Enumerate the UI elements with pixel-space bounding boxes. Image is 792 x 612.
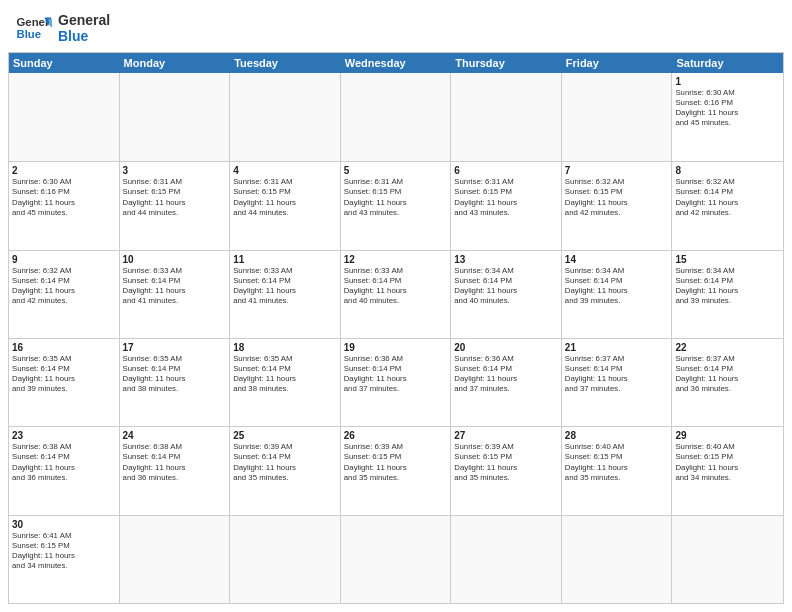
calendar-cell: 10Sunrise: 6:33 AM Sunset: 6:14 PM Dayli… [120,251,231,338]
calendar-cell: 11Sunrise: 6:33 AM Sunset: 6:14 PM Dayli… [230,251,341,338]
calendar-cell: 18Sunrise: 6:35 AM Sunset: 6:14 PM Dayli… [230,339,341,426]
calendar-cell: 14Sunrise: 6:34 AM Sunset: 6:14 PM Dayli… [562,251,673,338]
cell-info: Sunrise: 6:31 AM Sunset: 6:15 PM Dayligh… [454,177,558,218]
calendar-cell [451,516,562,603]
day-header-wednesday: Wednesday [341,53,452,73]
calendar-row: 2Sunrise: 6:30 AM Sunset: 6:16 PM Daylig… [9,161,783,249]
cell-date-number: 8 [675,165,780,176]
calendar-cell [120,73,231,161]
cell-date-number: 25 [233,430,337,441]
cell-info: Sunrise: 6:32 AM Sunset: 6:15 PM Dayligh… [565,177,669,218]
day-header-saturday: Saturday [672,53,783,73]
cell-info: Sunrise: 6:34 AM Sunset: 6:14 PM Dayligh… [675,266,780,307]
cell-date-number: 5 [344,165,448,176]
cell-info: Sunrise: 6:30 AM Sunset: 6:16 PM Dayligh… [675,88,780,129]
calendar-cell: 2Sunrise: 6:30 AM Sunset: 6:16 PM Daylig… [9,162,120,249]
calendar-cell: 30Sunrise: 6:41 AM Sunset: 6:15 PM Dayli… [9,516,120,603]
calendar-cell: 23Sunrise: 6:38 AM Sunset: 6:14 PM Dayli… [9,427,120,514]
calendar-cell: 4Sunrise: 6:31 AM Sunset: 6:15 PM Daylig… [230,162,341,249]
cell-info: Sunrise: 6:35 AM Sunset: 6:14 PM Dayligh… [233,354,337,395]
calendar-cell [230,73,341,161]
calendar-cell: 5Sunrise: 6:31 AM Sunset: 6:15 PM Daylig… [341,162,452,249]
cell-date-number: 9 [12,254,116,265]
cell-date-number: 16 [12,342,116,353]
calendar: SundayMondayTuesdayWednesdayThursdayFrid… [8,52,784,604]
calendar-cell: 3Sunrise: 6:31 AM Sunset: 6:15 PM Daylig… [120,162,231,249]
cell-date-number: 3 [123,165,227,176]
cell-date-number: 18 [233,342,337,353]
cell-date-number: 30 [12,519,116,530]
cell-info: Sunrise: 6:34 AM Sunset: 6:14 PM Dayligh… [565,266,669,307]
cell-info: Sunrise: 6:38 AM Sunset: 6:14 PM Dayligh… [12,442,116,483]
cell-date-number: 28 [565,430,669,441]
cell-date-number: 13 [454,254,558,265]
cell-date-number: 29 [675,430,780,441]
calendar-cell: 26Sunrise: 6:39 AM Sunset: 6:15 PM Dayli… [341,427,452,514]
calendar-cell: 7Sunrise: 6:32 AM Sunset: 6:15 PM Daylig… [562,162,673,249]
cell-date-number: 21 [565,342,669,353]
calendar-cell: 1Sunrise: 6:30 AM Sunset: 6:16 PM Daylig… [672,73,783,161]
day-header-thursday: Thursday [451,53,562,73]
calendar-cell [451,73,562,161]
cell-info: Sunrise: 6:35 AM Sunset: 6:14 PM Dayligh… [123,354,227,395]
cell-date-number: 26 [344,430,448,441]
calendar-cell [341,516,452,603]
cell-info: Sunrise: 6:31 AM Sunset: 6:15 PM Dayligh… [123,177,227,218]
logo-icon: General Blue [16,14,52,42]
calendar-cell [9,73,120,161]
calendar-cell: 16Sunrise: 6:35 AM Sunset: 6:14 PM Dayli… [9,339,120,426]
cell-info: Sunrise: 6:33 AM Sunset: 6:14 PM Dayligh… [233,266,337,307]
cell-info: Sunrise: 6:37 AM Sunset: 6:14 PM Dayligh… [675,354,780,395]
cell-date-number: 12 [344,254,448,265]
cell-info: Sunrise: 6:31 AM Sunset: 6:15 PM Dayligh… [344,177,448,218]
cell-info: Sunrise: 6:32 AM Sunset: 6:14 PM Dayligh… [12,266,116,307]
day-header-monday: Monday [120,53,231,73]
calendar-cell [120,516,231,603]
cell-date-number: 20 [454,342,558,353]
cell-info: Sunrise: 6:31 AM Sunset: 6:15 PM Dayligh… [233,177,337,218]
cell-info: Sunrise: 6:39 AM Sunset: 6:14 PM Dayligh… [233,442,337,483]
calendar-cell: 24Sunrise: 6:38 AM Sunset: 6:14 PM Dayli… [120,427,231,514]
cell-date-number: 7 [565,165,669,176]
calendar-cell [672,516,783,603]
calendar-cell: 13Sunrise: 6:34 AM Sunset: 6:14 PM Dayli… [451,251,562,338]
cell-date-number: 10 [123,254,227,265]
svg-text:Blue: Blue [17,28,42,40]
cell-info: Sunrise: 6:37 AM Sunset: 6:14 PM Dayligh… [565,354,669,395]
day-header-sunday: Sunday [9,53,120,73]
logo: General Blue General Blue [16,12,110,44]
cell-date-number: 24 [123,430,227,441]
calendar-cell: 28Sunrise: 6:40 AM Sunset: 6:15 PM Dayli… [562,427,673,514]
logo-general: General [58,12,110,28]
cell-info: Sunrise: 6:32 AM Sunset: 6:14 PM Dayligh… [675,177,780,218]
calendar-row: 16Sunrise: 6:35 AM Sunset: 6:14 PM Dayli… [9,338,783,426]
cell-info: Sunrise: 6:38 AM Sunset: 6:14 PM Dayligh… [123,442,227,483]
calendar-row: 23Sunrise: 6:38 AM Sunset: 6:14 PM Dayli… [9,426,783,514]
cell-date-number: 6 [454,165,558,176]
calendar-cell: 6Sunrise: 6:31 AM Sunset: 6:15 PM Daylig… [451,162,562,249]
calendar-page: General Blue General Blue SundayMondayTu… [0,0,792,612]
calendar-row: 9Sunrise: 6:32 AM Sunset: 6:14 PM Daylig… [9,250,783,338]
cell-info: Sunrise: 6:39 AM Sunset: 6:15 PM Dayligh… [344,442,448,483]
cell-info: Sunrise: 6:34 AM Sunset: 6:14 PM Dayligh… [454,266,558,307]
header: General Blue General Blue [0,0,792,52]
cell-info: Sunrise: 6:41 AM Sunset: 6:15 PM Dayligh… [12,531,116,572]
calendar-cell: 20Sunrise: 6:36 AM Sunset: 6:14 PM Dayli… [451,339,562,426]
cell-date-number: 14 [565,254,669,265]
cell-date-number: 23 [12,430,116,441]
calendar-cell: 15Sunrise: 6:34 AM Sunset: 6:14 PM Dayli… [672,251,783,338]
cell-date-number: 11 [233,254,337,265]
day-headers: SundayMondayTuesdayWednesdayThursdayFrid… [9,53,783,73]
day-header-friday: Friday [562,53,673,73]
calendar-cell: 17Sunrise: 6:35 AM Sunset: 6:14 PM Dayli… [120,339,231,426]
cell-date-number: 2 [12,165,116,176]
cell-info: Sunrise: 6:40 AM Sunset: 6:15 PM Dayligh… [675,442,780,483]
calendar-cell: 19Sunrise: 6:36 AM Sunset: 6:14 PM Dayli… [341,339,452,426]
calendar-row: 30Sunrise: 6:41 AM Sunset: 6:15 PM Dayli… [9,515,783,603]
cell-info: Sunrise: 6:33 AM Sunset: 6:14 PM Dayligh… [123,266,227,307]
calendar-cell: 27Sunrise: 6:39 AM Sunset: 6:15 PM Dayli… [451,427,562,514]
cell-date-number: 19 [344,342,448,353]
cell-info: Sunrise: 6:36 AM Sunset: 6:14 PM Dayligh… [454,354,558,395]
cell-date-number: 4 [233,165,337,176]
cell-info: Sunrise: 6:30 AM Sunset: 6:16 PM Dayligh… [12,177,116,218]
